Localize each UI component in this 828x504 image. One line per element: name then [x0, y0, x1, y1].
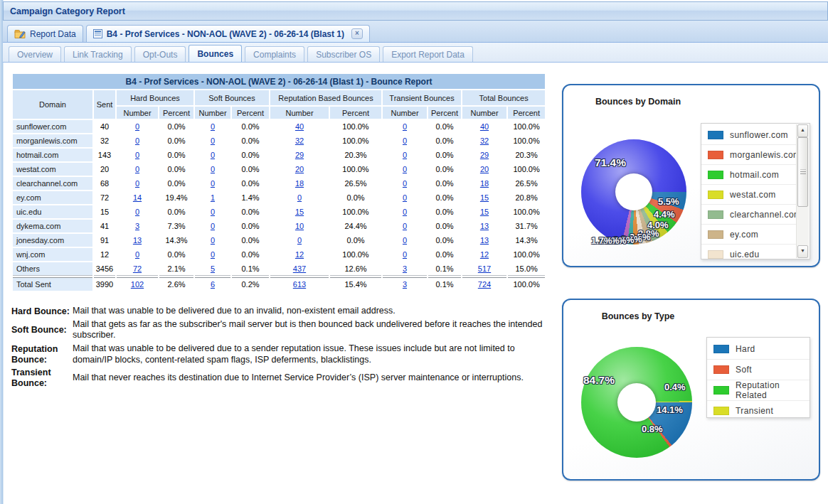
bounce-count-link[interactable]: 15 — [295, 208, 304, 216]
bounce-count-link[interactable]: 0 — [403, 208, 407, 216]
legend-item[interactable]: morganlewis.com — [701, 144, 797, 164]
bounce-count-link[interactable]: 0 — [135, 122, 139, 131]
bounce-count-link[interactable]: 0 — [297, 236, 302, 245]
tab-opt-outs[interactable]: Opt-Outs — [134, 46, 186, 62]
bounce-count-link[interactable]: 12 — [480, 250, 489, 259]
scroll-down-icon[interactable]: ▼ — [797, 245, 808, 258]
scrollbar-thumb[interactable] — [797, 137, 808, 207]
bounce-count-link[interactable]: 29 — [295, 151, 304, 159]
bounce-count-link[interactable]: 0 — [403, 151, 407, 159]
bounce-count-link[interactable]: 724 — [478, 280, 491, 289]
bounce-count-link[interactable]: 437 — [293, 264, 306, 273]
bounce-count-link[interactable]: 1 — [211, 193, 215, 202]
bounce-count-link[interactable]: 0 — [135, 151, 139, 159]
close-tab-icon[interactable]: × — [351, 28, 363, 39]
col-header-number: Number — [383, 107, 427, 119]
bounce-count-link[interactable]: 0 — [403, 250, 407, 259]
bounce-count-link[interactable]: 14 — [133, 193, 142, 202]
tab-export-report-data[interactable]: Export Report Data — [383, 46, 473, 62]
percent-cell: 0.0% — [428, 248, 461, 261]
tab-campaign-report[interactable]: B4 - Prof Services - NON-AOL (WAVE 2) - … — [86, 25, 370, 42]
bounce-count-link[interactable]: 20 — [295, 165, 304, 173]
bounce-count-link[interactable]: 0 — [211, 208, 215, 216]
bounce-count-link[interactable]: 0 — [135, 136, 139, 145]
bounce-count-link[interactable]: 18 — [295, 179, 304, 188]
bounce-count-link[interactable]: 0 — [135, 208, 139, 216]
bounce-count-link[interactable]: 0 — [403, 122, 407, 131]
bounce-count-link[interactable]: 32 — [295, 136, 304, 145]
bounce-count-link[interactable]: 3 — [403, 280, 407, 289]
bounce-count-link[interactable]: 10 — [295, 222, 304, 230]
legend-item[interactable]: westat.com — [701, 184, 797, 204]
legend-scrollbar[interactable]: ▲ ▼ — [796, 124, 809, 258]
number-cell: 0 — [117, 120, 158, 133]
legend-item[interactable]: Transient — [707, 400, 810, 418]
legend-item[interactable]: clearchannel.com — [701, 204, 797, 224]
bounce-count-link[interactable]: 6 — [211, 280, 215, 289]
bounce-count-link[interactable]: 0 — [135, 250, 139, 259]
bounces-by-type-panel: Bounces by Type 84.7%0.4%14.1%0.8% HardS… — [562, 299, 820, 481]
percent-cell: 0.0% — [232, 234, 269, 247]
legend-item[interactable]: uic.edu — [701, 244, 797, 259]
bounce-count-link[interactable]: 0 — [403, 222, 407, 230]
tab-link-tracking[interactable]: Link Tracking — [64, 46, 132, 62]
bounce-count-link[interactable]: 0 — [403, 136, 407, 145]
bounces-by-domain-pie[interactable] — [581, 139, 686, 245]
bounce-count-link[interactable]: 0 — [135, 165, 139, 173]
tab-complaints[interactable]: Complaints — [245, 46, 304, 62]
bounce-count-link[interactable]: 0 — [135, 179, 139, 188]
bounce-count-link[interactable]: 3 — [403, 264, 407, 273]
bounce-count-link[interactable]: 0 — [403, 165, 407, 173]
bounce-count-link[interactable]: 0 — [211, 236, 215, 245]
bounce-count-link[interactable]: 13 — [133, 236, 142, 245]
tab-bounces[interactable]: Bounces — [189, 45, 242, 62]
bounce-count-link[interactable]: 613 — [293, 280, 306, 289]
legend-item[interactable]: Hard — [707, 339, 810, 359]
bounce-count-link[interactable]: 5 — [211, 264, 215, 273]
percent-cell: 100.0% — [508, 134, 545, 147]
bounce-count-link[interactable]: 102 — [131, 280, 144, 289]
legend-item[interactable]: hotmail.com — [701, 164, 797, 184]
bounce-count-link[interactable]: 12 — [295, 250, 304, 259]
bounce-count-link[interactable]: 13 — [480, 236, 489, 245]
bounce-count-link[interactable]: 0 — [211, 165, 215, 173]
bounce-count-link[interactable]: 15 — [480, 193, 489, 202]
tab-report-data[interactable]: Report Data — [7, 25, 83, 42]
bounce-count-link[interactable]: 32 — [480, 136, 489, 145]
bounces-by-type-pie[interactable] — [581, 347, 692, 458]
number-cell: 20 — [462, 163, 506, 176]
bounce-count-link[interactable]: 0 — [403, 236, 407, 245]
bounce-count-link[interactable]: 15 — [480, 208, 489, 216]
bounce-count-link[interactable]: 0 — [403, 193, 407, 202]
bounce-count-link[interactable]: 72 — [133, 264, 142, 273]
percent-cell: 26.5% — [508, 177, 545, 190]
legend-item[interactable]: sunflower.com — [701, 125, 797, 144]
number-cell: 102 — [117, 277, 158, 291]
bounce-count-link[interactable]: 0 — [211, 136, 215, 145]
window-left-frame — [0, 0, 4, 504]
bounce-count-link[interactable]: 40 — [295, 122, 304, 131]
bounce-count-link[interactable]: 20 — [480, 165, 489, 173]
bounce-count-link[interactable]: 29 — [480, 151, 489, 159]
bounce-count-link[interactable]: 0 — [211, 250, 215, 259]
number-cell: 0 — [117, 134, 158, 147]
bounce-count-link[interactable]: 18 — [480, 179, 489, 188]
bounce-count-link[interactable]: 0 — [211, 179, 215, 188]
tab-subscriber-os[interactable]: Subscriber OS — [307, 46, 380, 62]
scroll-up-icon[interactable]: ▲ — [797, 124, 808, 137]
legend-item[interactable]: Reputation Related — [707, 380, 810, 400]
bounce-count-link[interactable]: 13 — [480, 222, 489, 230]
bounce-count-link[interactable]: 40 — [480, 122, 489, 131]
tab-overview[interactable]: Overview — [9, 46, 61, 62]
legend-item[interactable]: ey.com — [701, 224, 797, 244]
sent-cell: 41 — [94, 220, 115, 232]
sent-cell: 72 — [94, 191, 115, 204]
bounce-count-link[interactable]: 0 — [403, 179, 407, 188]
bounce-count-link[interactable]: 517 — [478, 264, 491, 273]
bounce-count-link[interactable]: 0 — [211, 222, 215, 230]
bounce-count-link[interactable]: 0 — [297, 193, 302, 202]
bounce-count-link[interactable]: 0 — [211, 151, 215, 159]
bounce-count-link[interactable]: 3 — [135, 222, 139, 230]
bounce-count-link[interactable]: 0 — [211, 122, 215, 131]
legend-item[interactable]: Soft — [707, 359, 810, 380]
